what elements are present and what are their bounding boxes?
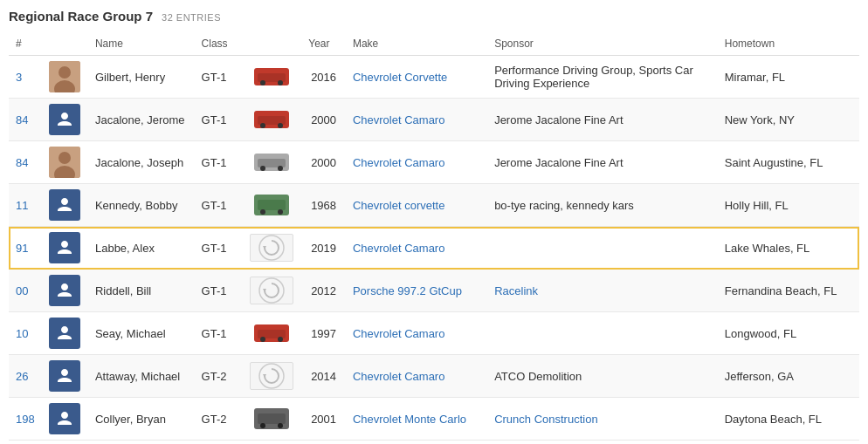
car-class: GT-1 [195, 270, 244, 312]
driver-name: Labbe, Alex [88, 227, 195, 270]
car-class: GT-1 [195, 99, 244, 141]
car-image-cell [243, 184, 301, 227]
col-header-class: Class [195, 32, 244, 56]
entry-number[interactable]: 91 [9, 227, 42, 270]
sponsor-name: Jerome Jacalone Fine Art [487, 99, 718, 141]
car-make[interactable]: Chevrolet Camaro [346, 141, 487, 184]
car-image-cell [243, 141, 301, 184]
car-image [250, 405, 293, 433]
entry-number[interactable]: 84 [9, 99, 42, 141]
avatar-cell [42, 184, 88, 227]
sponsor-name: ATCO Demolition [487, 355, 718, 398]
svg-marker-31 [263, 374, 266, 378]
car-year: 2014 [301, 355, 346, 398]
table-row: 10 Seay, Michael GT-1 1997 Chevrolet Cam… [9, 312, 859, 355]
car-image-cell [243, 355, 301, 398]
car-year: 1968 [301, 184, 346, 227]
hometown: Longwood, FL [718, 312, 859, 355]
table-row: 00 Riddell, Bill GT-1 2012 Porsche 997.2… [9, 270, 859, 312]
col-header-num: # [9, 32, 42, 56]
table-row: 198 Collyer, Bryan GT-2 2001 Chevrolet M… [9, 398, 859, 441]
col-header-car [243, 32, 301, 56]
avatar-cell [42, 56, 88, 99]
svg-rect-33 [258, 413, 286, 424]
entry-number[interactable]: 84 [9, 141, 42, 184]
car-image-cell [243, 99, 301, 141]
car-class: GT-1 [195, 184, 244, 227]
svg-point-17 [278, 166, 283, 171]
svg-point-10 [278, 123, 283, 128]
car-make[interactable]: Chevrolet Camaro [346, 227, 487, 270]
page-header: Regional Race Group 7 32 ENTRIES [9, 9, 859, 24]
svg-point-29 [278, 337, 283, 342]
car-make[interactable]: Chevrolet Camaro [346, 312, 487, 355]
table-row: 26 Attaway, Michael GT-2 2014 Chevrolet … [9, 355, 859, 398]
car-image [250, 362, 293, 390]
car-image [250, 277, 293, 304]
svg-point-34 [260, 423, 265, 428]
col-header-name: Name [88, 32, 195, 56]
hometown: New York, NY [718, 99, 859, 141]
car-make[interactable]: Chevrolet Corvette [346, 56, 487, 99]
svg-point-12 [59, 152, 71, 164]
sponsor-name[interactable]: Racelink [487, 270, 718, 312]
sponsor-name [487, 312, 718, 355]
entry-number[interactable]: 26 [9, 355, 42, 398]
car-image-cell [243, 227, 301, 270]
entries-table: # Name Class Year Make Sponsor Hometown … [9, 32, 859, 441]
car-make[interactable]: Chevrolet corvette [346, 184, 487, 227]
car-year: 2012 [301, 270, 346, 312]
hometown: Miramar, FL [718, 56, 859, 99]
car-class: GT-1 [195, 227, 244, 270]
avatar-cell [42, 270, 88, 312]
car-make[interactable]: Porsche 997.2 GtCup [346, 270, 487, 312]
car-year: 2019 [301, 227, 346, 270]
svg-point-6 [278, 80, 283, 85]
hometown: Daytona Beach, FL [718, 398, 859, 441]
svg-marker-23 [263, 246, 266, 249]
table-row: 84 Jacalone, Jerome GT-1 2000 Chevrolet … [9, 99, 859, 141]
car-class: GT-2 [195, 398, 244, 441]
col-header-make: Make [346, 32, 487, 56]
avatar-cell [42, 227, 88, 270]
entries-badge: 32 ENTRIES [162, 12, 221, 23]
avatar [49, 189, 80, 221]
avatar [49, 147, 80, 178]
car-class: GT-1 [195, 56, 244, 99]
avatar [49, 318, 80, 349]
avatar [49, 403, 80, 434]
entry-number[interactable]: 11 [9, 184, 42, 227]
col-header-avatar [42, 32, 88, 56]
col-header-sponsor: Sponsor [487, 32, 718, 56]
entry-number[interactable]: 10 [9, 312, 42, 355]
svg-point-1 [59, 66, 71, 79]
car-image-cell [243, 312, 301, 355]
car-image [250, 234, 293, 262]
driver-name: Attaway, Michael [88, 355, 195, 398]
car-class: GT-2 [195, 355, 244, 398]
car-make[interactable]: Chevrolet Camaro [346, 99, 487, 141]
page-title: Regional Race Group 7 [9, 9, 153, 24]
car-year: 2016 [301, 56, 346, 99]
driver-name: Gilbert, Henry [88, 56, 195, 99]
driver-name: Seay, Michael [88, 312, 195, 355]
car-make[interactable]: Chevrolet Monte Carlo [346, 398, 487, 441]
hometown: Saint Augustine, FL [718, 141, 859, 184]
entry-number[interactable]: 198 [9, 398, 42, 441]
hometown: Lake Whales, FL [718, 227, 859, 270]
entry-number[interactable]: 3 [9, 56, 42, 99]
sponsor-name[interactable]: Crunch Construction [487, 398, 718, 441]
car-make[interactable]: Chevrolet Camaro [346, 355, 487, 398]
svg-point-35 [278, 423, 283, 428]
sponsor-name: bo-tye racing, kennedy kars [487, 184, 718, 227]
table-row: 11 Kennedy, Bobby GT-1 1968 Chevrolet co… [9, 184, 859, 227]
sponsor-name: Performance Driving Group, Sports Car Dr… [487, 56, 718, 99]
col-header-hometown: Hometown [718, 32, 859, 56]
car-image [250, 63, 293, 91]
avatar-cell [42, 141, 88, 184]
entry-number[interactable]: 00 [9, 270, 42, 312]
driver-name: Jacalone, Jerome [88, 99, 195, 141]
table-row: 84 Jacalone, Joseph GT-1 2000 Chevrolet … [9, 141, 859, 184]
hometown: Jefferson, GA [718, 355, 859, 398]
svg-point-30 [259, 364, 284, 388]
